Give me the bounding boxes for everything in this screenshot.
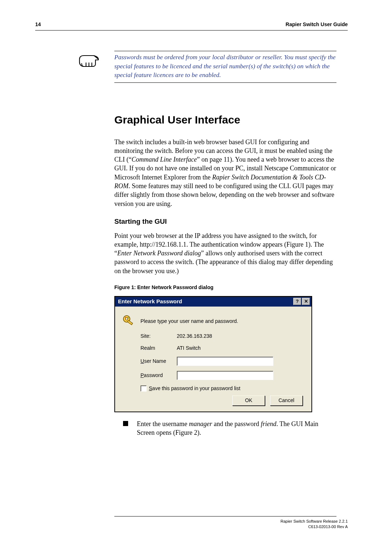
- footer-rule: [114, 516, 336, 516]
- site-label: Site:: [140, 333, 177, 340]
- section-heading: Graphical User Interface: [114, 113, 336, 127]
- save-password-checkbox[interactable]: [140, 385, 147, 392]
- key-icon: [122, 315, 140, 328]
- bullet-text: Enter the username manager and the passw…: [137, 420, 336, 437]
- dialog-title: Enter Network Password: [118, 298, 182, 305]
- password-label: Password: [140, 372, 177, 379]
- footer-rev: C613-02013-00 Rev A: [281, 524, 348, 530]
- dialog-message: Please type your user name and password.: [140, 318, 238, 325]
- svg-rect-2: [127, 320, 132, 325]
- body-paragraph-1: The switch includes a built-in web brows…: [114, 138, 336, 208]
- site-value: 202.36.163.238: [177, 333, 212, 340]
- realm-label: Realm: [140, 345, 177, 352]
- save-password-label: Save this password in your password list: [149, 385, 240, 392]
- dialog-body: Please type your user name and password.…: [115, 307, 311, 412]
- content-column: Graphical User Interface The switch incl…: [114, 113, 336, 437]
- body-paragraph-2: Point your web browser at the IP address…: [114, 231, 336, 275]
- subsection-heading: Starting the GUI: [114, 217, 336, 226]
- note-rule-bottom: [114, 82, 336, 83]
- bullet-square-icon: [123, 421, 128, 426]
- figure-caption: Figure 1: Enter Network Password dialog: [114, 284, 336, 291]
- help-icon[interactable]: ?: [293, 298, 301, 305]
- bullet-item: Enter the username manager and the passw…: [114, 420, 336, 437]
- note-block: Passwords must be ordered from your loca…: [78, 51, 339, 83]
- svg-point-3: [125, 317, 126, 318]
- ok-button[interactable]: OK: [232, 396, 265, 406]
- svg-point-1: [126, 318, 128, 320]
- close-icon[interactable]: ✕: [302, 298, 310, 305]
- realm-value: ATI Switch: [177, 345, 201, 352]
- cancel-button[interactable]: Cancel: [270, 396, 303, 406]
- footer: Rapier Switch Software Release 2.2.1 C61…: [281, 519, 348, 530]
- username-field[interactable]: [177, 357, 273, 366]
- running-head: 14 Rapier Switch User Guide: [35, 21, 348, 31]
- pointing-hand-icon: [78, 52, 100, 70]
- page-number: 14: [35, 21, 41, 28]
- username-label: User Name: [140, 358, 177, 365]
- doc-title: Rapier Switch User Guide: [286, 21, 348, 28]
- dialog-titlebar: Enter Network Password ? ✕: [115, 297, 311, 307]
- password-dialog: Enter Network Password ? ✕ Please type y: [114, 296, 312, 412]
- svg-point-4: [128, 317, 129, 319]
- note-text: Passwords must be ordered from your loca…: [114, 53, 336, 80]
- password-field[interactable]: [177, 371, 273, 380]
- footer-release: Rapier Switch Software Release 2.2.1: [281, 519, 348, 524]
